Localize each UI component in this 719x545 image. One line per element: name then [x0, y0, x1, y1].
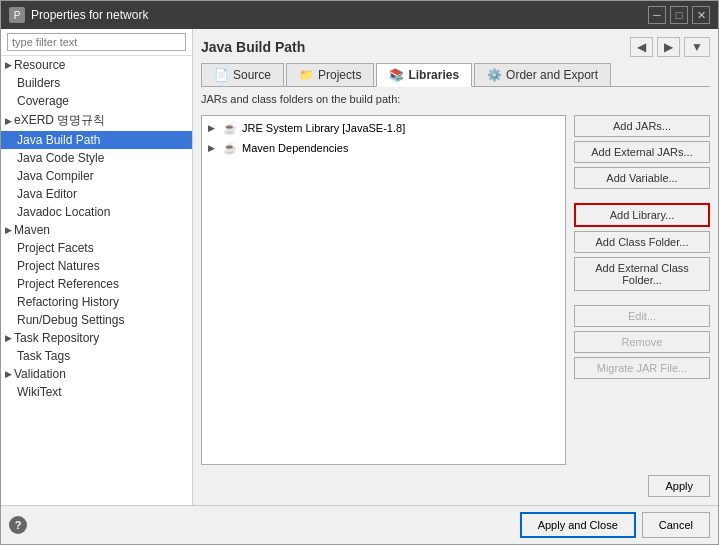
close-button[interactable]: ✕: [692, 6, 710, 24]
arrow-icon-maven: ▶: [5, 225, 12, 235]
panel-body: JARs and class folders on the build path…: [201, 93, 710, 497]
sidebar-item-label-java-editor: Java Editor: [17, 187, 77, 201]
sidebar-item-builders[interactable]: Builders: [1, 74, 192, 92]
sidebar-item-java-code-style[interactable]: Java Code Style: [1, 149, 192, 167]
sidebar-search-input[interactable]: [7, 33, 186, 51]
arrow-icon-validation: ▶: [5, 369, 12, 379]
maximize-button[interactable]: □: [670, 6, 688, 24]
tab-label-source: Source: [233, 68, 271, 82]
tab-projects[interactable]: 📁Projects: [286, 63, 374, 86]
sidebar-item-task-repository[interactable]: ▶Task Repository: [1, 329, 192, 347]
arrow-icon-exerd: ▶: [5, 116, 12, 126]
bottom-area: Apply: [201, 471, 710, 497]
sidebar-item-wikitext[interactable]: WikiText: [1, 383, 192, 401]
sidebar-item-resource[interactable]: ▶Resource: [1, 56, 192, 74]
tab-label-libraries: Libraries: [408, 68, 459, 82]
properties-window: P Properties for network ─ □ ✕ ▶Resource…: [0, 0, 719, 545]
arrow-icon-resource: ▶: [5, 60, 12, 70]
migrate-jar-button[interactable]: Migrate JAR File...: [574, 357, 710, 379]
button-separator: [574, 295, 710, 301]
window-icon: P: [9, 7, 25, 23]
sidebar-item-javadoc-location[interactable]: Javadoc Location: [1, 203, 192, 221]
nav-arrows: ◀ ▶ ▼: [630, 37, 710, 57]
sidebar-item-project-facets[interactable]: Project Facets: [1, 239, 192, 257]
sidebar-item-refactoring-history[interactable]: Refactoring History: [1, 293, 192, 311]
tree-item-label: Maven Dependencies: [242, 142, 348, 154]
tree-item-label: JRE System Library [JavaSE-1.8]: [242, 122, 405, 134]
sidebar-item-exerd[interactable]: ▶eXERD 명명규칙: [1, 110, 192, 131]
jar-icon: ☕: [222, 140, 238, 156]
panel-content: ▶☕JRE System Library [JavaSE-1.8]▶☕Maven…: [201, 115, 710, 465]
remove-button[interactable]: Remove: [574, 331, 710, 353]
sidebar-item-label-project-facets: Project Facets: [17, 241, 94, 255]
tab-source[interactable]: 📄Source: [201, 63, 284, 86]
tab-libraries[interactable]: 📚Libraries: [376, 63, 472, 87]
add-library-button[interactable]: Add Library...: [574, 203, 710, 227]
sidebar-item-java-compiler[interactable]: Java Compiler: [1, 167, 192, 185]
add-external-class-folder-button[interactable]: Add External Class Folder...: [574, 257, 710, 291]
button-separator: [574, 193, 710, 199]
sidebar-item-project-references[interactable]: Project References: [1, 275, 192, 293]
window-title: Properties for network: [31, 8, 148, 22]
sidebar-item-label-wikitext: WikiText: [17, 385, 62, 399]
content-area: ▶ResourceBuildersCoverage▶eXERD 명명규칙Java…: [1, 29, 718, 505]
footer-right: Apply and Close Cancel: [520, 512, 710, 538]
sidebar: ▶ResourceBuildersCoverage▶eXERD 명명규칙Java…: [1, 29, 193, 505]
nav-dropdown-button[interactable]: ▼: [684, 37, 710, 57]
apply-button[interactable]: Apply: [648, 475, 710, 497]
tab-icon-projects: 📁: [299, 68, 314, 82]
tab-icon-order-export: ⚙️: [487, 68, 502, 82]
sidebar-item-label-resource: Resource: [14, 58, 65, 72]
sidebar-item-label-project-natures: Project Natures: [17, 259, 100, 273]
main-panel-title: Java Build Path: [201, 39, 305, 55]
tab-order-export[interactable]: ⚙️Order and Export: [474, 63, 611, 86]
sidebar-items-container: ▶ResourceBuildersCoverage▶eXERD 명명규칙Java…: [1, 56, 192, 401]
sidebar-item-label-maven: Maven: [14, 223, 50, 237]
tree-expand-icon: ▶: [208, 143, 218, 153]
sidebar-item-run-debug[interactable]: Run/Debug Settings: [1, 311, 192, 329]
sidebar-item-coverage[interactable]: Coverage: [1, 92, 192, 110]
add-jars-button[interactable]: Add JARs...: [574, 115, 710, 137]
tab-icon-source: 📄: [214, 68, 229, 82]
add-class-folder-button[interactable]: Add Class Folder...: [574, 231, 710, 253]
add-variable-button[interactable]: Add Variable...: [574, 167, 710, 189]
tree-item[interactable]: ▶☕Maven Dependencies: [204, 138, 563, 158]
sidebar-item-label-project-references: Project References: [17, 277, 119, 291]
edit-button[interactable]: Edit...: [574, 305, 710, 327]
tab-label-projects: Projects: [318, 68, 361, 82]
arrow-icon-task-repository: ▶: [5, 333, 12, 343]
sidebar-item-validation[interactable]: ▶Validation: [1, 365, 192, 383]
title-bar: P Properties for network ─ □ ✕: [1, 1, 718, 29]
sidebar-item-label-java-build-path: Java Build Path: [17, 133, 100, 147]
tree-item[interactable]: ▶☕JRE System Library [JavaSE-1.8]: [204, 118, 563, 138]
footer: ? Apply and Close Cancel: [1, 505, 718, 544]
title-bar-left: P Properties for network: [9, 7, 148, 23]
sidebar-item-maven[interactable]: ▶Maven: [1, 221, 192, 239]
apply-and-close-button[interactable]: Apply and Close: [520, 512, 636, 538]
build-path-tree[interactable]: ▶☕JRE System Library [JavaSE-1.8]▶☕Maven…: [201, 115, 566, 465]
sidebar-search-area: [1, 29, 192, 56]
action-buttons-panel: Add JARs...Add External JARs...Add Varia…: [574, 115, 710, 465]
sidebar-item-task-tags[interactable]: Task Tags: [1, 347, 192, 365]
sidebar-item-label-task-repository: Task Repository: [14, 331, 99, 345]
sidebar-item-java-editor[interactable]: Java Editor: [1, 185, 192, 203]
sidebar-item-label-validation: Validation: [14, 367, 66, 381]
sidebar-item-label-builders: Builders: [17, 76, 60, 90]
panel-description: JARs and class folders on the build path…: [201, 93, 710, 105]
sidebar-item-label-java-code-style: Java Code Style: [17, 151, 104, 165]
sidebar-item-label-java-compiler: Java Compiler: [17, 169, 94, 183]
sidebar-item-java-build-path[interactable]: Java Build Path: [1, 131, 192, 149]
forward-button[interactable]: ▶: [657, 37, 680, 57]
sidebar-item-label-task-tags: Task Tags: [17, 349, 70, 363]
back-button[interactable]: ◀: [630, 37, 653, 57]
minimize-button[interactable]: ─: [648, 6, 666, 24]
sidebar-item-label-refactoring-history: Refactoring History: [17, 295, 119, 309]
cancel-button[interactable]: Cancel: [642, 512, 710, 538]
sidebar-item-project-natures[interactable]: Project Natures: [1, 257, 192, 275]
sidebar-item-label-coverage: Coverage: [17, 94, 69, 108]
footer-left: ?: [9, 516, 27, 534]
help-icon[interactable]: ?: [9, 516, 27, 534]
sidebar-item-label-exerd: eXERD 명명규칙: [14, 112, 105, 129]
add-external-jars-button[interactable]: Add External JARs...: [574, 141, 710, 163]
sidebar-item-label-javadoc-location: Javadoc Location: [17, 205, 110, 219]
